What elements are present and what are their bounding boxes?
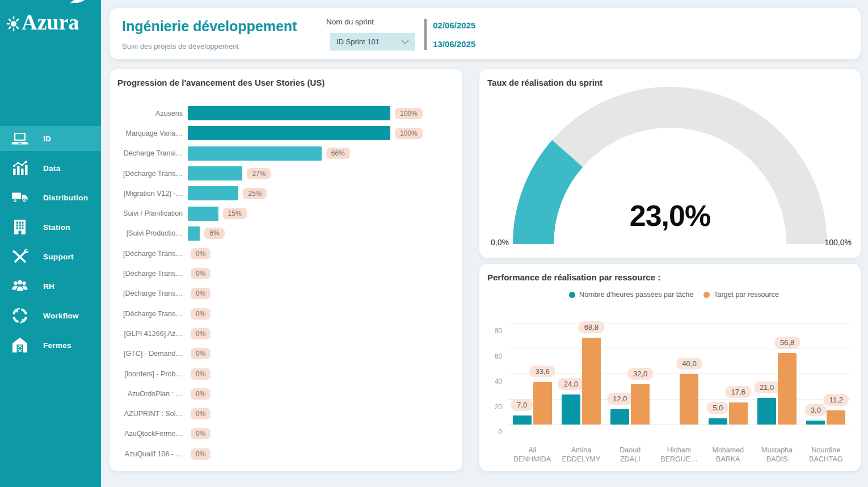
us-percent-badge: 100% [395,108,423,119]
page-title: Ingénierie développement [122,18,297,35]
us-category-label: [GTC] - Demand… [109,350,188,358]
y-tick-label: 80 [495,327,502,335]
us-percent-badge: 0% [191,348,210,359]
hours-bar[interactable] [513,415,532,425]
hours-bar[interactable] [806,421,825,425]
us-category-label: [Migration V12] -… [109,190,188,198]
bar-group: 12,032,0 [606,324,655,425]
bar-group: 24,068,8 [557,324,605,425]
gauge-value: 23,0% [479,199,861,233]
value-badge: 11,2 [824,394,849,406]
sidebar-item-distribution[interactable]: Distribution [0,185,101,210]
target-bar[interactable] [533,382,552,425]
sidebar-item-fermes[interactable]: Fermes [0,333,101,358]
us-progress-bar[interactable] [188,207,218,221]
us-percent-badge: 27% [247,168,271,179]
target-bar[interactable] [680,374,698,425]
us-percent-badge: 0% [191,248,210,259]
us-progress-bar[interactable] [188,166,242,180]
people-icon [11,278,28,295]
sprint-end-date: 13/06/2025 [433,39,475,49]
barn-icon [11,337,28,354]
us-progress-bar[interactable] [188,106,390,120]
bar-group: 21,056,8 [752,324,801,425]
us-row: [Migration V12] -…25% [109,183,462,203]
us-category-label: [Décharge Trans… [109,270,188,278]
us-progress-bar[interactable] [188,146,322,161]
us-row: AzuQualif 106 - …0% [109,444,462,464]
chevron-down-icon [401,37,409,47]
sidebar-item-id[interactable]: ID [0,126,101,151]
us-progress-bar[interactable] [188,226,200,241]
us-row: [Décharge Trans…0% [109,304,462,324]
value-badge: 68,8 [579,321,604,333]
us-category-label: [Décharge Trans… [109,170,188,178]
target-bar[interactable] [778,353,797,425]
us-row: [GTC] - Demand…0% [109,344,462,364]
bar-group: 5,017,6 [703,324,752,425]
gauge-max-label: 100,0% [825,238,852,247]
value-badge: 24,0 [558,378,584,390]
x-axis-category-label: AliBENHMIDA [508,446,557,464]
sidebar-item-station[interactable]: Station [0,215,101,240]
sidebar-item-support[interactable]: Support [0,244,101,269]
hours-bar[interactable] [709,418,727,425]
tools-icon [11,248,28,265]
sidebar-item-label: RH [43,282,54,291]
sidebar-item-label: Distribution [43,194,88,202]
legend-label-hours: Nombre d'heures passées par tâche [579,291,693,299]
us-percent-badge: 66% [326,148,350,159]
value-badge: 12,0 [607,393,633,405]
target-bar[interactable] [631,384,650,425]
us-percent-badge: 100% [395,128,423,139]
us-row: [GLPI 41266] Az…0% [109,324,462,343]
target-bar[interactable] [582,338,601,425]
us-progress-bar[interactable] [188,186,238,200]
sidebar-item-rh[interactable]: RH [0,274,101,299]
us-row: [Décharge Trans…0% [109,284,462,304]
us-category-label: Décharge Transi… [109,149,188,157]
sidebar-item-label: Support [43,253,74,261]
y-tick-label: 60 [495,352,502,360]
sun-icon [5,11,22,36]
hours-bar[interactable] [610,409,629,425]
us-row: [Suivi Productio…6% [109,224,462,244]
sidebar-item-label: ID [43,135,51,143]
performance-panel: Performance de réalisation par ressource… [479,264,861,471]
value-badge: 33,6 [529,366,555,377]
user-stories-title: Progression de l'avancement des User Sto… [117,78,325,87]
us-percent-badge: 0% [191,408,210,419]
us-category-label: AzuQualif 106 - … [109,450,188,458]
user-stories-panel: Progression de l'avancement des User Sto… [109,69,462,471]
hours-bar[interactable] [757,398,776,425]
us-category-label: [GLPI 41266] Az… [109,330,188,338]
performance-chart: 0204060807,033,624,068,812,032,040,05,01… [508,324,850,425]
legend-dot-target [703,292,710,298]
y-tick-label: 20 [495,403,502,411]
value-badge: 40,0 [676,358,702,370]
legend-dot-hours [569,292,575,298]
laptop-icon [11,130,28,147]
us-row: AzuQtockFerme…0% [109,424,462,444]
sidebar-item-data[interactable]: Data [0,156,101,180]
us-row: [Décharge Trans…27% [109,163,462,183]
azura-logo: Azura [0,0,101,36]
x-axis-category-label: MustaphaBADIS [752,446,801,464]
value-badge: 7,0 [511,399,533,411]
bar-chart-icon [11,159,28,177]
sidebar: Azura IDDataDistributionStationSupportRH… [0,0,101,487]
value-badge: 3,0 [805,404,827,416]
performance-x-axis: AliBENHMIDAAminaEDDELYMYDaoudZDALIHicham… [508,446,850,464]
sidebar-nav: IDDataDistributionStationSupportRHWorkfl… [0,126,101,362]
sidebar-item-workflow[interactable]: Workflow [0,303,101,328]
target-bar[interactable] [827,410,845,425]
us-row: [Inorders] - Prob…0% [109,364,462,384]
y-tick-label: 40 [495,377,502,385]
us-category-label: Marquage Varia… [109,129,188,137]
hours-bar[interactable] [562,394,580,425]
sprint-start-date: 02/06/2025 [433,20,475,30]
us-category-label: [Inorders] - Prob… [109,370,188,378]
target-bar[interactable] [729,402,748,425]
sprint-dropdown[interactable]: ID Sprint 101 [330,33,415,51]
us-progress-bar[interactable] [188,126,390,140]
